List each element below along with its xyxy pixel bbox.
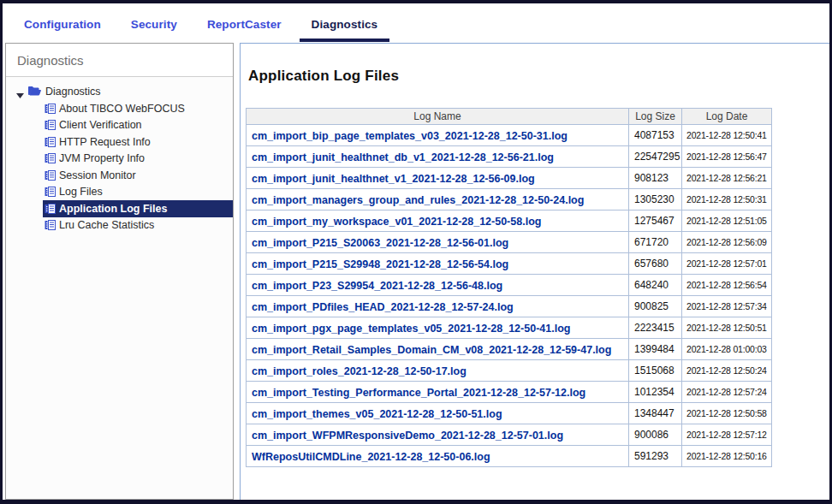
tree-item-label: Session Monitor [59, 169, 136, 181]
log-file-link[interactable]: cm_import_roles_2021-12-28_12-50-17.log [252, 365, 467, 377]
log-date-cell: 2021-12-28 01:00:03 [682, 339, 772, 360]
report-page-icon [45, 137, 56, 147]
log-file-link[interactable]: cm_import_junit_healthnet_v1_2021-12-28_… [252, 173, 535, 185]
tree-item-content: Session Monitor [43, 167, 233, 184]
log-name-cell: WfReposUtilCMDLine_2021-12-28_12-50-06.l… [247, 446, 629, 467]
table-row: cm_import_P215_S20063_2021-12-28_12-56-0… [247, 232, 772, 253]
report-page-icon [45, 153, 56, 163]
table-header-row: Log NameLog SizeLog Date [247, 109, 772, 125]
tab-reportcaster[interactable]: ReportCaster [195, 8, 294, 42]
log-date-cell: 2021-12-28 12:50:31 [682, 189, 772, 210]
log-date-cell: 2021-12-28 12:57:01 [682, 253, 772, 275]
log-date-cell: 2021-12-28 12:56:21 [682, 168, 772, 189]
sidebar-title: Diagnostics [6, 44, 233, 77]
report-page-icon [45, 187, 56, 197]
tree-item-content: Client Verification [43, 117, 233, 134]
tab-configuration[interactable]: Configuration [12, 8, 113, 42]
table-row: cm_import_bip_page_templates_v03_2021-12… [247, 125, 772, 146]
column-header-log-date: Log Date [682, 109, 772, 125]
sidebar-item-client-verification[interactable]: Client Verification [6, 117, 233, 134]
log-size-cell: 908123 [629, 168, 682, 189]
log-name-cell: cm_import_pgx_page_templates_v05_2021-12… [247, 317, 629, 339]
log-date-cell: 2021-12-28 12:50:24 [682, 360, 772, 382]
log-date-cell: 2021-12-28 12:50:16 [682, 446, 772, 467]
log-name-cell: cm_import_roles_2021-12-28_12-50-17.log [247, 360, 629, 382]
log-name-cell: cm_import_themes_v05_2021-12-28_12-50-51… [247, 403, 629, 424]
log-name-cell: cm_import_managers_group_and_rules_2021-… [247, 189, 629, 210]
log-size-cell: 1348447 [629, 403, 682, 424]
log-file-link[interactable]: cm_import_bip_page_templates_v03_2021-12… [252, 130, 568, 142]
log-date-cell: 2021-12-28 12:50:41 [682, 125, 772, 146]
log-size-cell: 1305230 [629, 189, 682, 210]
report-page-icon [45, 170, 56, 181]
table-row: cm_import_PDfiles_HEAD_2021-12-28_12-57-… [247, 296, 772, 317]
table-row: cm_import_WFPMResponsiveDemo_2021-12-28_… [247, 424, 772, 446]
log-file-link[interactable]: cm_import_Retail_Samples_Domain_CM_v08_2… [252, 344, 611, 356]
tree-item-label: About TIBCO WebFOCUS [59, 103, 185, 115]
sidebar-item-log-files[interactable]: Log Files [6, 184, 233, 201]
sidebar-item-jvm-property-info[interactable]: JVM Property Info [6, 151, 233, 168]
table-row: cm_import_Testing_Performance_Portal_202… [247, 382, 772, 403]
log-file-link[interactable]: cm_import_themes_v05_2021-12-28_12-50-51… [252, 408, 502, 420]
sidebar-item-lru-cache-statistics[interactable]: Lru Cache Statistics [6, 217, 233, 234]
diagnostics-sidebar: Diagnostics Diagnostics About TIBCO WebF… [5, 43, 234, 500]
log-date-cell: 2021-12-28 12:56:47 [682, 146, 772, 168]
log-size-cell: 1515068 [629, 360, 682, 382]
log-size-cell: 648240 [629, 275, 682, 296]
tree-root-diagnostics[interactable]: Diagnostics [6, 83, 233, 100]
chevron-down-icon[interactable] [16, 89, 24, 94]
log-file-link[interactable]: cm_import_junit_healthnet_db_v1_2021-12-… [252, 151, 554, 163]
log-file-link[interactable]: WfReposUtilCMDLine_2021-12-28_12-50-06.l… [252, 451, 490, 463]
log-file-link[interactable]: cm_import_Testing_Performance_Portal_202… [252, 387, 585, 399]
log-file-link[interactable]: cm_import_PDfiles_HEAD_2021-12-28_12-57-… [252, 301, 514, 313]
log-name-cell: cm_import_Testing_Performance_Portal_202… [247, 382, 629, 403]
log-file-link[interactable]: cm_import_P23_S29954_2021-12-28_12-56-48… [252, 280, 502, 292]
log-date-cell: 2021-12-28 12:50:51 [682, 317, 772, 339]
log-file-link[interactable]: cm_import_P215_S20063_2021-12-28_12-56-0… [252, 237, 508, 249]
tree-item-content: Application Log Files [43, 200, 233, 217]
log-files-table: Log NameLog SizeLog Date cm_import_bip_p… [246, 108, 772, 467]
sidebar-item-session-monitor[interactable]: Session Monitor [6, 167, 233, 184]
sidebar-item-application-log-files[interactable]: Application Log Files [6, 200, 233, 217]
tab-diagnostics[interactable]: Diagnostics [300, 8, 390, 42]
log-date-cell: 2021-12-28 12:51:05 [682, 210, 772, 232]
tree-item-label: Lru Cache Statistics [59, 219, 154, 231]
column-header-log-size: Log Size [629, 109, 682, 125]
tree-item-content: HTTP Request Info [43, 133, 233, 151]
tree-item-label: Log Files [59, 186, 103, 198]
log-size-cell: 1399484 [629, 339, 682, 360]
log-file-link[interactable]: cm_import_pgx_page_templates_v05_2021-12… [252, 323, 570, 335]
sidebar-item-http-request-info[interactable]: HTTP Request Info [6, 133, 233, 151]
tree-item-label: HTTP Request Info [59, 136, 151, 148]
tree-item-content: Log Files [43, 184, 233, 201]
log-name-cell: cm_import_WFPMResponsiveDemo_2021-12-28_… [247, 424, 629, 446]
top-tab-bar: ConfigurationSecurityReportCasterDiagnos… [3, 3, 829, 42]
diagnostics-tree: Diagnostics About TIBCO WebFOCUSClient V… [6, 77, 233, 234]
log-date-cell: 2021-12-28 12:56:54 [682, 275, 772, 296]
log-name-cell: cm_import_P215_S20063_2021-12-28_12-56-0… [247, 232, 629, 253]
page-title: Application Log Files [248, 68, 829, 85]
tree-item-label: Application Log Files [59, 203, 167, 215]
table-row: cm_import_P23_S29954_2021-12-28_12-56-48… [247, 275, 772, 296]
report-page-icon [45, 204, 56, 214]
log-file-link[interactable]: cm_import_managers_group_and_rules_2021-… [252, 194, 584, 206]
log-size-cell: 657680 [629, 253, 682, 275]
log-file-link[interactable]: cm_import_P215_S29948_2021-12-28_12-56-5… [252, 258, 508, 270]
content-area: Diagnostics Diagnostics About TIBCO WebF… [3, 42, 829, 500]
table-row: WfReposUtilCMDLine_2021-12-28_12-50-06.l… [247, 446, 772, 467]
log-date-cell: 2021-12-28 12:57:12 [682, 424, 772, 446]
table-row: cm_import_Retail_Samples_Domain_CM_v08_2… [247, 339, 772, 360]
log-file-link[interactable]: cm_import_WFPMResponsiveDemo_2021-12-28_… [252, 430, 563, 442]
report-page-icon [45, 220, 56, 230]
log-name-cell: cm_import_P215_S29948_2021-12-28_12-56-5… [247, 253, 629, 275]
log-size-cell: 1275467 [629, 210, 682, 232]
tab-security[interactable]: Security [119, 8, 189, 42]
log-date-cell: 2021-12-28 12:57:24 [682, 382, 772, 403]
column-header-log-name: Log Name [247, 109, 629, 125]
table-row: cm_import_my_workspace_v01_2021-12-28_12… [247, 210, 772, 232]
log-name-cell: cm_import_junit_healthnet_db_v1_2021-12-… [247, 146, 629, 168]
log-file-link[interactable]: cm_import_my_workspace_v01_2021-12-28_12… [252, 216, 541, 228]
table-row: cm_import_junit_healthnet_v1_2021-12-28_… [247, 168, 772, 189]
tree-item-content: Lru Cache Statistics [43, 217, 233, 234]
sidebar-item-about-tibco-webfocus[interactable]: About TIBCO WebFOCUS [6, 100, 233, 117]
